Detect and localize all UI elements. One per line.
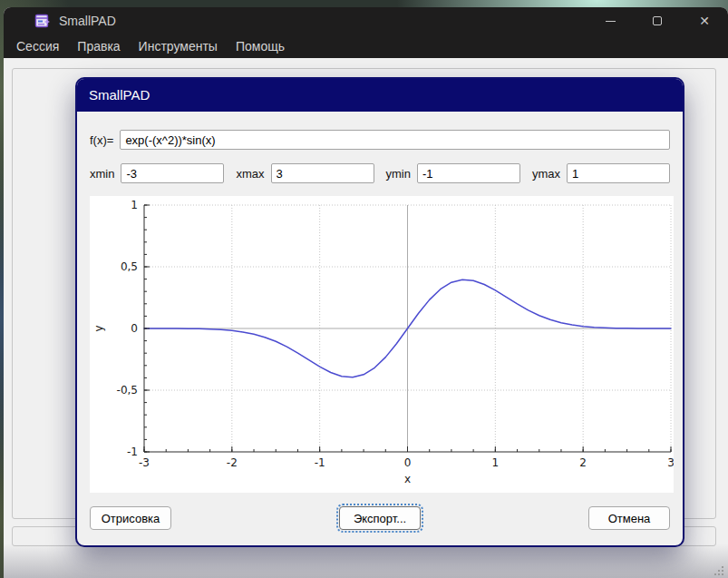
svg-text:-1: -1: [315, 456, 325, 469]
svg-text:0: 0: [131, 322, 138, 335]
button-row: Отрисовка Экспорт... Отмена: [90, 506, 670, 530]
export-button[interactable]: Экспорт...: [339, 506, 421, 530]
window-title: SmallPAD: [59, 14, 587, 28]
resize-grip[interactable]: [713, 564, 723, 575]
maximize-button[interactable]: [634, 7, 681, 34]
svg-text:y: y: [92, 325, 105, 331]
xmin-group: xmin: [90, 163, 224, 183]
xmin-input[interactable]: [121, 163, 224, 183]
menu-item-edit[interactable]: Правка: [68, 36, 129, 56]
ymin-group: ymin: [385, 163, 519, 183]
function-label: f(x)=: [90, 133, 113, 147]
menu-item-help[interactable]: Помощь: [227, 36, 294, 56]
svg-text:-1: -1: [127, 446, 138, 458]
svg-text:-0,5: -0,5: [117, 384, 138, 397]
dialog-body: f(x)= xmin xmax ymin ymax -3-2-10123-1-0…: [77, 129, 683, 530]
svg-text:2: 2: [579, 456, 587, 469]
xmax-group: xmax: [236, 163, 374, 183]
xmax-input[interactable]: [271, 163, 374, 183]
plot-panel: -3-2-10123-1-0,500,51xy: [90, 196, 674, 493]
plot-dialog: SmallPAD f(x)= xmin xmax ymin ymax: [75, 77, 684, 547]
draw-button[interactable]: Отрисовка: [90, 506, 171, 530]
ymax-group: ymax: [532, 163, 670, 183]
svg-text:3: 3: [667, 456, 674, 469]
svg-text:0: 0: [404, 456, 412, 469]
dialog-titlebar[interactable]: SmallPAD: [77, 79, 683, 112]
range-row: xmin xmax ymin ymax: [90, 162, 670, 184]
xmin-label: xmin: [90, 167, 114, 181]
svg-text:1: 1: [131, 199, 138, 211]
minimize-icon: [606, 21, 616, 22]
menu-item-tools[interactable]: Инструменты: [130, 36, 227, 56]
plot-svg: -3-2-10123-1-0,500,51xy: [90, 196, 674, 493]
svg-text:-3: -3: [139, 456, 150, 469]
function-input[interactable]: [120, 130, 670, 150]
dialog-title: SmallPAD: [89, 87, 150, 103]
menubar: Сессия Правка Инструменты Помощь: [4, 34, 728, 58]
window-controls: ✕: [587, 7, 728, 34]
menu-item-session[interactable]: Сессия: [7, 36, 68, 56]
maximize-icon: [653, 16, 662, 25]
desktop-background: { "window": { "title": "SmallPAD", "menu…: [0, 0, 728, 578]
svg-text:0,5: 0,5: [121, 260, 138, 273]
ymax-label: ymax: [532, 167, 560, 181]
ymax-input[interactable]: [567, 163, 670, 183]
svg-text:x: x: [404, 473, 411, 485]
svg-text:-2: -2: [227, 456, 238, 469]
xmax-label: xmax: [236, 167, 264, 181]
function-row: f(x)=: [90, 129, 670, 151]
minimize-button[interactable]: [587, 7, 634, 34]
ymin-label: ymin: [385, 167, 410, 181]
close-button[interactable]: ✕: [681, 7, 728, 34]
svg-text:1: 1: [492, 456, 500, 469]
cancel-button[interactable]: Отмена: [588, 506, 670, 530]
titlebar[interactable]: SmallPAD ✕: [4, 7, 728, 34]
ymin-input[interactable]: [417, 163, 520, 183]
close-icon: ✕: [699, 15, 710, 27]
app-icon: [34, 13, 51, 29]
dialog-shadow: [4, 544, 728, 578]
